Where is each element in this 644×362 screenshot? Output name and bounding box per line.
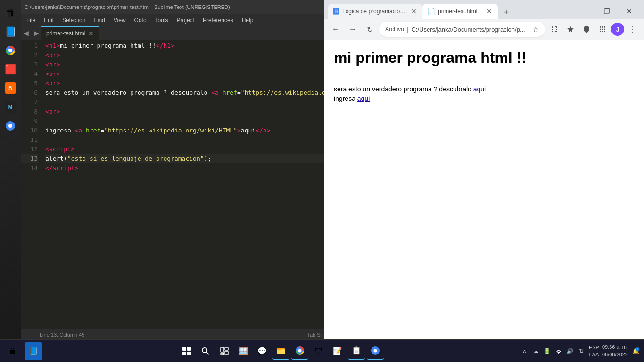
menu-help[interactable]: Help xyxy=(238,16,257,25)
svg-rect-11 xyxy=(225,347,228,350)
address-scheme: Archivo xyxy=(385,26,404,33)
back-button[interactable]: ← xyxy=(328,22,343,37)
page-heading: mi primer programa html !! xyxy=(334,49,635,66)
menu-edit[interactable]: Edit xyxy=(40,16,58,25)
svg-rect-15 xyxy=(277,348,281,350)
chrome-menu-btn[interactable]: ⋮ xyxy=(625,22,640,37)
chrome-window-controls: — ❐ ✕ xyxy=(573,4,640,19)
sublime-tab-primer-test[interactable]: primer-test.html ✕ xyxy=(41,26,99,40)
chrome-maximize-btn[interactable]: ❐ xyxy=(596,4,618,19)
menu-selection[interactable]: Selection xyxy=(58,16,89,25)
menu-tools[interactable]: Tools xyxy=(151,16,172,25)
tray-usb[interactable]: ⇅ xyxy=(577,346,586,356)
tab-nav-back[interactable]: ◀ xyxy=(21,26,31,40)
chrome-tabs-bar: 🅰 Lógica de programación ... ✕ 📄 primer-… xyxy=(324,0,644,19)
desktop-icon-recycle-tb[interactable]: 🗑 xyxy=(4,342,22,360)
line-num-12: 12 xyxy=(21,144,38,154)
svg-rect-12 xyxy=(225,351,228,355)
reload-button[interactable]: ↻ xyxy=(362,22,377,37)
menu-project[interactable]: Project xyxy=(173,16,198,25)
chrome-tab-logica[interactable]: 🅰 Lógica de programación ... ✕ xyxy=(328,4,422,19)
profile-btn[interactable]: J xyxy=(611,23,624,36)
desktop-icon-recycle[interactable]: 🗑 xyxy=(1,4,19,22)
menu-goto[interactable]: Goto xyxy=(131,16,150,25)
start-button[interactable] xyxy=(178,343,195,360)
teams-btn[interactable]: 💬 xyxy=(254,343,271,360)
desktop-icon-google2[interactable] xyxy=(1,117,19,135)
navbar-right-controls: J ⋮ xyxy=(547,22,640,37)
tab-nav-forward[interactable]: ▶ xyxy=(31,26,41,40)
sublime-title-text: C:\Users\janka\Documents\progracion\prim… xyxy=(25,4,322,10)
tray-cloud[interactable]: ☁ xyxy=(531,346,541,356)
tab-close-logica[interactable]: ✕ xyxy=(410,8,418,15)
forward-button[interactable]: → xyxy=(345,22,360,37)
chrome-close-btn[interactable]: ✕ xyxy=(619,4,640,19)
menu-find[interactable]: Find xyxy=(90,16,108,25)
tab-options-btn[interactable] xyxy=(595,22,610,37)
lang-text: ESP xyxy=(589,344,599,351)
chrome-taskbar-center[interactable] xyxy=(291,343,308,360)
code-line-3: <br> xyxy=(45,59,325,69)
line-num-11: 11 xyxy=(21,135,38,144)
code-line-2: <br> xyxy=(45,50,325,59)
desktop-icon-chrome[interactable] xyxy=(1,41,19,59)
sublime-taskbar[interactable]: 📋 xyxy=(348,343,365,360)
chrome-tb2[interactable] xyxy=(367,343,384,360)
desktop-icon-meta[interactable]: M xyxy=(1,98,19,116)
notes-taskbar[interactable]: 📝 xyxy=(329,343,346,360)
page-line2: ingresa aqui xyxy=(334,95,635,102)
lang-indicator[interactable]: ESP LAA xyxy=(589,344,599,358)
lang-sub: LAA xyxy=(589,351,599,358)
shield-btn[interactable] xyxy=(579,22,594,37)
line2-link[interactable]: aqui xyxy=(357,95,370,102)
chrome-browser-window: 🅰 Lógica de programación ... ✕ 📄 primer-… xyxy=(324,0,644,339)
svg-point-8 xyxy=(202,348,207,353)
line-num-13: 13 xyxy=(21,154,38,163)
status-tab-size: Tab Si xyxy=(307,332,322,337)
address-bar[interactable]: Archivo | C:/Users/janka/Documents/progr… xyxy=(379,22,545,37)
code-line-8: <br> xyxy=(45,107,325,116)
menu-file[interactable]: File xyxy=(23,16,39,25)
line-num-9: 9 xyxy=(21,116,38,125)
mcafee-taskbar[interactable]: 🛡 xyxy=(310,343,327,360)
chrome-tab-primer[interactable]: 📄 primer-test.html ✕ xyxy=(422,4,498,19)
desktop-icon-word-tb[interactable]: 📘 xyxy=(25,342,42,360)
explorer-taskbar[interactable] xyxy=(272,343,289,360)
desktop-icon-5[interactable]: 5 xyxy=(1,79,19,97)
tab-close-btn[interactable]: ✕ xyxy=(88,30,94,37)
tab-favicon-logica: 🅰 xyxy=(333,8,339,15)
code-line-10: ingresa <a href="https://es.wikipedia.or… xyxy=(45,125,325,135)
taskbar: 🗑 📘 🪟 💬 🛡 📝 📋 ∧ ☁ 🔋 xyxy=(0,339,644,362)
menu-preferences[interactable]: Preferences xyxy=(199,16,237,25)
chrome-minimize-btn[interactable]: — xyxy=(573,4,595,19)
tray-up-btn[interactable]: ∧ xyxy=(520,346,529,356)
desktop-icon-word[interactable]: 📘 xyxy=(1,23,19,41)
bookmark-icon[interactable]: ☆ xyxy=(532,25,539,34)
code-line-11 xyxy=(45,135,325,144)
tray-volume[interactable]: 🔊 xyxy=(565,346,575,356)
bookmarks-btn[interactable] xyxy=(563,22,578,37)
tray-battery[interactable]: 🔋 xyxy=(543,346,552,356)
code-editor-area[interactable]: <h1>mi primer programa html !!</h1> <br>… xyxy=(41,40,325,329)
desktop-icon-da1[interactable]: 🟥 xyxy=(1,60,19,78)
notification-btn[interactable]: 🔔 1 xyxy=(631,346,640,356)
widgets-btn[interactable]: 🪟 xyxy=(235,343,252,360)
minimize-icon: — xyxy=(581,8,587,15)
svg-point-19 xyxy=(374,349,377,352)
extensions-btn[interactable] xyxy=(547,22,562,37)
code-line-13: alert("esto si es lenguaje de programaci… xyxy=(45,154,325,163)
menu-view[interactable]: View xyxy=(110,16,130,25)
task-view-btn[interactable] xyxy=(216,343,233,360)
code-line-7 xyxy=(45,97,325,107)
clock[interactable]: 09:36 a. m. 06/08/2022 xyxy=(602,344,628,358)
search-taskbar[interactable] xyxy=(197,343,214,360)
new-tab-button[interactable]: + xyxy=(500,6,513,19)
clock-time: 09:36 a. m. xyxy=(602,344,628,351)
svg-point-1 xyxy=(8,49,12,52)
tray-wifi[interactable] xyxy=(554,346,563,356)
code-line-6: sera esto un verdadero programa ? descub… xyxy=(45,88,325,97)
sublime-text-window: C:\Users\janka\Documents\progracion\prim… xyxy=(21,0,325,339)
svg-rect-7 xyxy=(187,352,191,355)
line1-link[interactable]: aqui xyxy=(473,85,486,93)
tab-close-primer[interactable]: ✕ xyxy=(486,8,493,15)
